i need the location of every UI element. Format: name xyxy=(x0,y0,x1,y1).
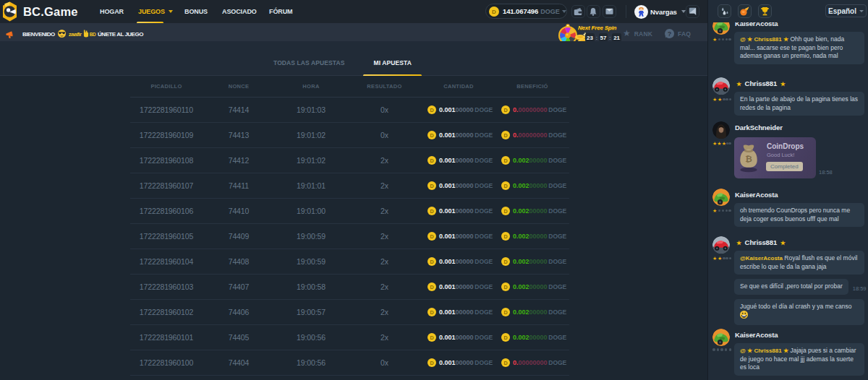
doge-coin-icon: D xyxy=(501,105,510,114)
language-label: Español xyxy=(828,7,856,15)
chat-bubble[interactable]: oh tremendo CounDrops pero nunca me deja… xyxy=(734,203,864,227)
chat-bubble[interactable]: @KaiserAcosta Royal flush es que el móvi… xyxy=(734,251,864,275)
doge-coin-icon: D xyxy=(501,358,510,367)
announcement-username: zaafir xyxy=(69,31,82,38)
cell-amount: D0.00100000DOGE xyxy=(422,358,495,367)
fireball-button[interactable] xyxy=(738,4,752,18)
column-header-resultado: RESULTADO xyxy=(347,83,422,90)
cell-profit: D0.00200000DOGE xyxy=(495,156,569,165)
chat-avatar[interactable] xyxy=(712,77,730,95)
cell-amount: D0.00100000DOGE xyxy=(422,105,495,114)
svg-text:D: D xyxy=(430,284,433,290)
profit-currency: DOGE xyxy=(548,258,566,265)
cell-time: 19:01:00 xyxy=(275,207,347,215)
rank-button[interactable]: ★ RANK xyxy=(623,26,652,41)
svg-text:D: D xyxy=(430,183,433,189)
table-row[interactable]: 17222819601107441419:01:030xD0.00100000D… xyxy=(130,98,569,123)
profit-value: 0.00000000 xyxy=(513,106,548,113)
table-row[interactable]: 17222819601017440519:00:562xD0.00100000D… xyxy=(130,325,569,350)
doge-coin-icon: D xyxy=(489,7,499,17)
rating-star-icon: ★ xyxy=(718,97,722,102)
chat-message: ★ Chriss881 ★★★@KaiserAcosta Royal flush… xyxy=(708,236,868,325)
chat-avatar[interactable] xyxy=(712,189,730,206)
notifications-button[interactable] xyxy=(587,5,600,19)
doge-coin-icon: D xyxy=(427,181,436,190)
user-menu[interactable]: Nvargas xyxy=(634,5,686,19)
amount-value: 0.00100000 xyxy=(439,334,474,341)
coindrops-card[interactable]: ₿CoinDropsGood Luck!Completed xyxy=(734,137,816,178)
balance-amount: 141.067496 xyxy=(503,7,538,15)
tab-todas-las-apuestas[interactable]: TODAS LAS APUESTAS xyxy=(259,51,359,75)
cell-profit: D0.00200000DOGE xyxy=(495,282,569,291)
table-row[interactable]: 17222819601007440419:00:560xD0.00100000D… xyxy=(130,350,569,376)
rating-dot-icon xyxy=(712,348,715,351)
table-row[interactable]: 17222819601057440919:00:592xD0.00100000D… xyxy=(130,224,569,249)
svg-text:D: D xyxy=(503,309,507,316)
trophy-button[interactable] xyxy=(758,4,772,18)
coindrops-completed-button[interactable]: Completed xyxy=(766,162,803,171)
table-row[interactable]: 17222819601097441319:01:020xD0.00100000D… xyxy=(130,123,569,148)
chat-username[interactable]: KaiserAcosta xyxy=(735,191,778,199)
profit-value: 0.00200000 xyxy=(513,308,548,316)
cell-nonce: 74410 xyxy=(203,207,275,215)
chat-bubble[interactable]: En la parte de abajo de la pagina tienes… xyxy=(734,92,864,116)
amount-currency: DOGE xyxy=(475,106,493,113)
rank-label: RANK xyxy=(634,30,652,38)
chat-username[interactable]: KaiserAcosta xyxy=(735,22,778,27)
tab-mi-apuesta[interactable]: MI APUESTA xyxy=(359,51,425,75)
chat-avatar[interactable] xyxy=(712,236,730,254)
balance-pill[interactable]: D 141.067496 DOGE xyxy=(485,4,567,19)
doge-coin-icon: D xyxy=(501,333,510,342)
language-selector[interactable]: Español xyxy=(825,4,867,17)
rating-star-icon: ★ xyxy=(712,208,717,213)
cell-profit: D0.00200000DOGE xyxy=(495,181,569,190)
chat-bubble[interactable]: @ ★ Chriss881 ★ Jajaja pues si a cambiar… xyxy=(734,343,864,376)
rating-star-icon: ★ xyxy=(712,97,717,102)
rating-dot-icon xyxy=(729,348,732,351)
messages-button[interactable] xyxy=(603,5,616,19)
chat-avatar[interactable] xyxy=(712,329,730,346)
chat-username[interactable]: KaiserAcosta xyxy=(735,331,778,339)
rain-button[interactable] xyxy=(718,4,731,18)
chat-bubble[interactable]: @ ★ Chriss881 ★ Ohh que bien, nada mal..… xyxy=(734,32,864,64)
grin-emoji-icon xyxy=(740,311,748,321)
chat-username[interactable]: ★ Chriss881 ★ xyxy=(735,79,787,87)
avatar-kaiseracosta-icon xyxy=(712,22,730,35)
horns-icon xyxy=(83,30,89,39)
cell-time: 19:01:02 xyxy=(275,156,347,165)
announcement-bar: BIENVENIDO zaafir BD ÚNETE AL JUEGO xyxy=(0,23,707,41)
faq-label: FAQ xyxy=(678,30,691,38)
cell-time: 19:00:59 xyxy=(275,232,347,241)
table-row[interactable]: 17222819601047440819:00:592xD0.00100000D… xyxy=(130,249,569,275)
chat-username[interactable]: DarkSchneider xyxy=(735,124,783,131)
cell-time: 19:01:01 xyxy=(275,181,347,190)
cell-nonce: 74409 xyxy=(203,232,275,241)
amount-currency: DOGE xyxy=(475,258,493,265)
chat-toggle-icon xyxy=(689,7,697,15)
rating-dot-icon xyxy=(722,210,725,212)
chat-bubble[interactable]: Jugué todo el día al crash y ya me canso xyxy=(734,299,864,325)
chat-bubble[interactable]: Se que es difícil ,pero total por probar… xyxy=(734,279,848,295)
cell-nonce: 74408 xyxy=(203,257,275,266)
table-row[interactable]: 17222819601067441019:01:002xD0.00100000D… xyxy=(130,199,569,224)
user-name: Nvargas xyxy=(650,8,677,16)
chat-avatar[interactable] xyxy=(712,22,730,35)
faq-button[interactable]: ? FAQ xyxy=(665,26,691,41)
amount-currency: DOGE xyxy=(475,157,493,164)
table-row[interactable]: 17222819601087441219:01:022xD0.00100000D… xyxy=(130,148,569,173)
table-row[interactable]: 17222819601027440619:00:572xD0.00100000D… xyxy=(130,300,569,325)
cell-result: 0x xyxy=(347,358,422,367)
wallet-button[interactable] xyxy=(571,5,585,19)
cell-profit: D0.00000000DOGE xyxy=(495,131,569,139)
cell-nonce: 74405 xyxy=(203,333,275,342)
svg-text:D: D xyxy=(430,233,433,240)
cell-amount: D0.00100000DOGE xyxy=(422,232,495,241)
rating-star-icon: ★ xyxy=(722,141,726,146)
chat-message: KaiserAcosta@ ★ Chriss881 ★ Jajaja pues … xyxy=(708,329,868,376)
chat-avatar[interactable] xyxy=(712,121,730,139)
table-row[interactable]: 17222819601077441119:01:012xD0.00100000D… xyxy=(130,173,569,199)
chat-toggle-button[interactable] xyxy=(686,5,699,19)
wallet-icon xyxy=(574,7,582,16)
chat-username[interactable]: ★ Chriss881 ★ xyxy=(735,238,787,246)
table-row[interactable]: 17222819601037440719:00:582xD0.00100000D… xyxy=(130,275,569,300)
